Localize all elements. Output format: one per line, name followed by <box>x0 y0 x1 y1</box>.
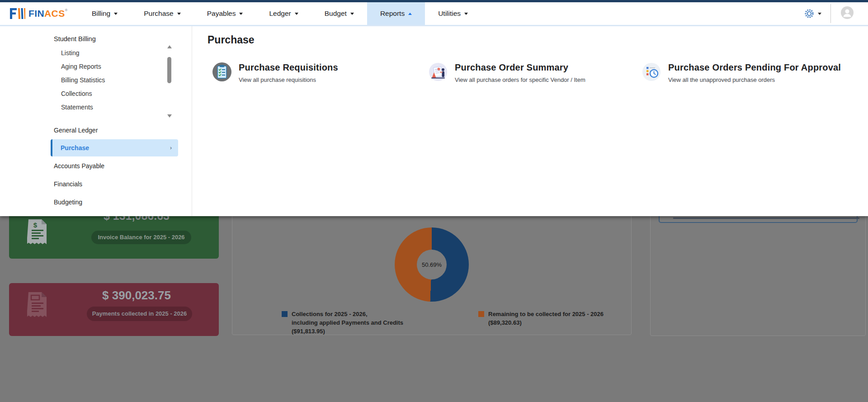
svg-text:$: $ <box>33 221 38 229</box>
chevron-down-icon <box>350 13 354 15</box>
legend-line: Collections for 2025 - 2026, <box>292 310 403 318</box>
card-title: Purchase Order Summary <box>455 62 585 73</box>
chevron-down-icon <box>464 13 468 15</box>
settings-menu-button[interactable] <box>804 8 821 19</box>
brand-name: FINACS® <box>28 8 68 19</box>
vertical-divider <box>830 4 831 23</box>
nav-item-budget[interactable]: Budget <box>311 2 367 25</box>
order-summary-illustration-icon <box>429 62 448 81</box>
sidebar-section-student-billing[interactable]: Student Billing <box>54 35 192 46</box>
scrollbar-thumb[interactable] <box>167 57 171 83</box>
payments-collected-label: Payments collected in 2025 - 2026 <box>87 307 192 321</box>
donut-center-label: 50.69% <box>417 250 447 279</box>
reports-mega-menu: Student Billing Listing Aging Reports Bi… <box>0 26 868 216</box>
invoice-balance-card: $ $ 131,086.63 Invoice Balance for 2025 … <box>9 209 219 259</box>
report-card-purchase-order-summary[interactable]: Purchase Order Summary View all purchase… <box>429 62 585 83</box>
gear-icon <box>804 8 815 19</box>
report-card-pending-approval[interactable]: Purchase Orders Pending For Approval Vie… <box>642 62 841 83</box>
legend-line: ($89,320.63) <box>488 318 604 327</box>
scroll-down-arrow-icon[interactable] <box>167 114 172 118</box>
main-nav: Billing Purchase Payables Ledger Budget … <box>79 2 481 25</box>
chevron-down-icon <box>295 13 298 15</box>
legend-swatch-blue <box>282 311 288 317</box>
sidebar-item-accounts-payable[interactable]: Accounts Payable <box>54 159 192 173</box>
panel-title: Purchase <box>208 34 255 46</box>
card-description: View all the unapproved purchase orders <box>668 76 841 83</box>
card-description: View all purchase requisitions <box>239 76 338 83</box>
legend-swatch-orange <box>478 311 484 317</box>
invoice-receipt-icon: $ <box>27 219 48 245</box>
nav-item-utilities[interactable]: Utilities <box>425 2 481 25</box>
legend-line: ($91,813.95) <box>292 327 403 336</box>
chevron-down-icon <box>239 13 243 15</box>
nav-item-billing[interactable]: Billing <box>79 2 131 25</box>
payments-receipt-icon <box>27 292 48 317</box>
nav-item-reports[interactable]: Reports <box>367 2 425 25</box>
legend-remaining: Remaining to be collected for 2025 - 202… <box>478 310 604 327</box>
right-dashboard-card <box>650 209 866 336</box>
navbar-right <box>804 4 862 23</box>
card-description: View all purchase orders for specific Ve… <box>455 76 585 83</box>
scroll-up-arrow-icon[interactable] <box>167 45 172 48</box>
invoice-balance-label: Invoice Balance for 2025 - 2026 <box>91 231 191 244</box>
top-border-strip <box>0 0 868 2</box>
sidebar-item-general-ledger[interactable]: General Ledger <box>54 123 192 137</box>
chevron-up-icon <box>408 13 412 15</box>
legend-collections: Collections for 2025 - 2026, including a… <box>282 310 403 336</box>
nav-item-payables[interactable]: Payables <box>194 2 256 25</box>
finacs-logo-icon <box>9 7 25 20</box>
legend-line: Remaining to be collected for 2025 - 202… <box>488 310 604 318</box>
reports-sidebar: Student Billing Listing Aging Reports Bi… <box>0 26 192 216</box>
requisitions-clipboard-icon <box>212 62 231 81</box>
chevron-right-icon: › <box>170 145 172 151</box>
sidebar-item-financials[interactable]: Financials <box>54 177 192 191</box>
nav-item-ledger[interactable]: Ledger <box>256 2 311 25</box>
sidebar-item-purchase-selected[interactable]: Purchase › <box>51 139 178 156</box>
user-avatar-button[interactable] <box>841 6 854 21</box>
navbar: FINACS® Billing Purchase Payables Ledger… <box>0 2 868 26</box>
pending-approval-clock-icon <box>642 62 661 81</box>
payments-collected-amount: $ 390,023.75 <box>72 288 201 303</box>
collections-chart-card: 50.69% Collections for 2025 - 2026, incl… <box>232 209 632 335</box>
card-title: Purchase Requisitions <box>239 62 338 73</box>
card-title: Purchase Orders Pending For Approval <box>668 62 841 73</box>
nav-item-purchase[interactable]: Purchase <box>131 2 193 25</box>
chevron-down-icon <box>114 13 118 15</box>
report-card-purchase-requisitions[interactable]: Purchase Requisitions View all purchase … <box>212 62 338 83</box>
select-underline <box>673 218 859 219</box>
payments-collected-card: $ 390,023.75 Payments collected in 2025 … <box>9 283 219 336</box>
chevron-down-icon <box>818 13 821 15</box>
chevron-down-icon <box>177 13 181 15</box>
sidebar-scrollbar[interactable] <box>166 45 172 118</box>
brand-logo[interactable]: FINACS® <box>9 7 68 20</box>
avatar-icon <box>841 6 854 19</box>
legend-line: including applied Payments and Credits <box>292 318 403 327</box>
sidebar-item-budgeting[interactable]: Budgeting <box>54 195 192 209</box>
